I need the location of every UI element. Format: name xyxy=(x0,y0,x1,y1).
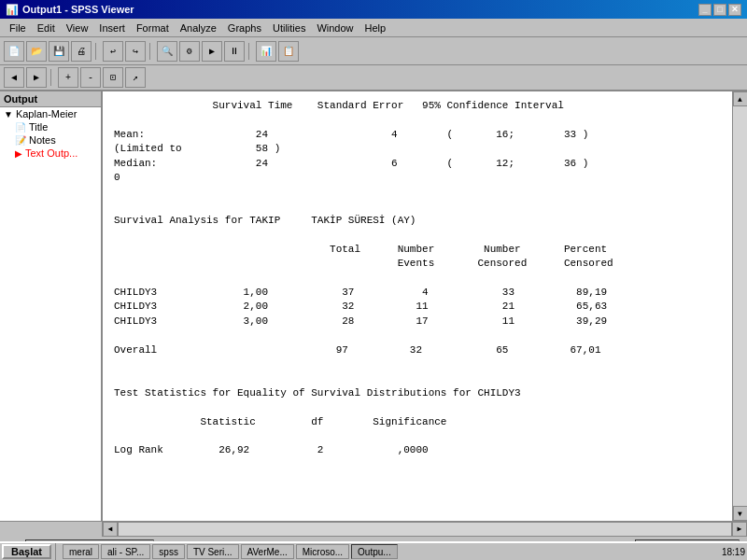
maximize-button[interactable]: □ xyxy=(713,4,726,16)
notes-icon: 📝 xyxy=(15,135,26,146)
output-text: Survival Time Standard Error 95% Confide… xyxy=(114,99,721,458)
tree-item-kaplan[interactable]: ▼ Kaplan-Meier xyxy=(0,107,101,120)
save-button[interactable]: 💾 xyxy=(49,41,69,62)
taskbar-tv[interactable]: TV Seri... xyxy=(187,544,239,559)
undo-button[interactable]: ↩ xyxy=(103,41,123,62)
tree-item-title[interactable]: 📄 Title xyxy=(11,120,101,133)
taskbar-aver[interactable]: AVerMe... xyxy=(241,544,294,559)
taskbar-output[interactable]: Outpu... xyxy=(351,544,398,559)
h-scroll-track[interactable] xyxy=(118,522,732,537)
scroll-left-button[interactable]: ◀ xyxy=(103,522,118,537)
tb-btn-3[interactable]: 🔍 xyxy=(157,41,177,62)
title-bar: 📊 Output1 - SPSS Viewer _ □ ✕ xyxy=(0,0,747,19)
folder-icon: ▼ xyxy=(4,109,13,119)
taskbar-meral[interactable]: meral xyxy=(63,544,99,559)
menu-item-file[interactable]: File xyxy=(4,21,32,35)
print-button[interactable]: 🖨 xyxy=(71,41,92,62)
tree-label-title: Title xyxy=(29,121,48,133)
taskbar-ali[interactable]: ali - SP... xyxy=(101,544,150,559)
output-content-area[interactable]: Survival Time Standard Error 95% Confide… xyxy=(103,91,732,521)
window-title: Output1 - SPSS Viewer xyxy=(22,4,134,15)
scroll-track[interactable] xyxy=(733,106,748,506)
menu-item-window[interactable]: Window xyxy=(311,21,359,35)
menu-item-insert[interactable]: Insert xyxy=(93,21,131,35)
redo-button[interactable]: ↪ xyxy=(125,41,146,62)
tb-btn-6[interactable]: ⏸ xyxy=(224,41,245,62)
menu-item-utilities[interactable]: Utilities xyxy=(267,21,311,35)
taskbar-micro[interactable]: Microso... xyxy=(296,544,349,559)
close-button[interactable]: ✕ xyxy=(728,4,741,16)
menu-item-graphs[interactable]: Graphs xyxy=(222,21,267,35)
menu-item-view[interactable]: View xyxy=(61,21,94,35)
tb-btn-5[interactable]: ▶ xyxy=(202,41,222,62)
horizontal-scrollbar-area: ◀ ▶ xyxy=(0,521,747,536)
title-bar-controls: _ □ ✕ xyxy=(698,4,741,16)
start-label: Başlat xyxy=(11,546,42,557)
main-area: Output ▼ Kaplan-Meier 📄 Title 📝 Notes ▶ … xyxy=(0,91,747,521)
menu-item-format[interactable]: Format xyxy=(131,21,175,35)
start-button[interactable]: Başlat xyxy=(2,544,51,559)
export-button[interactable]: ↗ xyxy=(125,67,146,88)
tree-label-notes: Notes xyxy=(29,134,56,146)
tb-btn-4[interactable]: ⚙ xyxy=(179,41,200,62)
tree-label-kaplan: Kaplan-Meier xyxy=(16,108,77,119)
separator-2 xyxy=(149,43,153,60)
menu-item-edit[interactable]: Edit xyxy=(32,21,61,35)
clock: 18:19 xyxy=(722,547,745,557)
taskbar-spss[interactable]: spss xyxy=(152,544,185,559)
output-tree-panel: Output ▼ Kaplan-Meier 📄 Title 📝 Notes ▶ … xyxy=(0,91,103,521)
separator-3 xyxy=(248,43,252,60)
document-icon: 📄 xyxy=(15,122,26,133)
minimize-button[interactable]: _ xyxy=(698,4,712,16)
taskbar-sep xyxy=(55,543,59,560)
app-icon: 📊 xyxy=(6,4,19,16)
scroll-right-button[interactable]: ▶ xyxy=(732,522,747,537)
menu-item-analyze[interactable]: Analyze xyxy=(175,21,222,35)
panel-header: Output xyxy=(0,91,101,107)
new-button[interactable]: 📄 xyxy=(4,41,24,62)
toolbar-secondary: ◀ ▶ + - ⊡ ↗ xyxy=(0,65,747,91)
title-bar-left: 📊 Output1 - SPSS Viewer xyxy=(6,4,134,16)
zoom-in-button[interactable]: + xyxy=(58,67,78,88)
fit-button[interactable]: ⊡ xyxy=(103,67,123,88)
nav-right-button[interactable]: ▶ xyxy=(26,67,47,88)
tb-btn-7[interactable]: 📊 xyxy=(256,41,276,62)
scroll-down-button[interactable]: ▼ xyxy=(733,506,748,521)
zoom-out-button[interactable]: - xyxy=(80,67,101,88)
separator-4 xyxy=(50,69,54,86)
vertical-scrollbar[interactable]: ▲ ▼ xyxy=(732,91,747,521)
separator-1 xyxy=(95,43,99,60)
tree-item-notes[interactable]: 📝 Notes xyxy=(11,133,101,147)
open-button[interactable]: 📂 xyxy=(26,41,47,62)
menu-bar: FileEditViewInsertFormatAnalyzeGraphsUti… xyxy=(0,19,747,37)
scroll-up-button[interactable]: ▲ xyxy=(733,91,748,106)
tree-label-text-output: Text Outp... xyxy=(25,147,78,159)
toolbar-main: 📄 📂 💾 🖨 ↩ ↪ 🔍 ⚙ ▶ ⏸ 📊 📋 xyxy=(0,37,747,65)
menu-item-help[interactable]: Help xyxy=(359,21,392,35)
scroll-corner xyxy=(0,522,103,537)
tree-item-text-output[interactable]: ▶ Text Outp... xyxy=(11,147,101,160)
taskbar: Başlat meral ali - SP... spss TV Seri...… xyxy=(0,541,747,560)
tb-btn-8[interactable]: 📋 xyxy=(278,41,299,62)
active-icon: ▶ xyxy=(15,148,22,159)
nav-left-button[interactable]: ◀ xyxy=(4,67,24,88)
